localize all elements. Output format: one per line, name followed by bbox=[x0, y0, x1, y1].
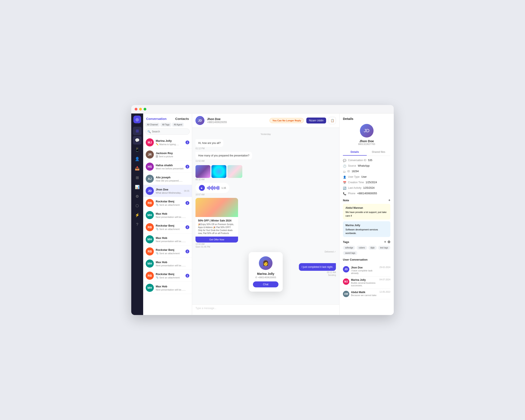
user-conv-date: 04-07-2024 bbox=[379, 278, 390, 281]
usertype-value: User bbox=[361, 175, 366, 178]
conversation-item[interactable]: MH Max Hob Next presentation will be....… bbox=[143, 209, 192, 221]
nav-apps-icon[interactable]: ⬡ bbox=[133, 201, 141, 210]
message-row: Hi, how are you all? 01:12 PM bbox=[196, 139, 336, 150]
user-conv-avatar: AM bbox=[343, 291, 349, 297]
conv-info: Jackson Roy 🖼 Sent a picture bbox=[156, 152, 188, 158]
promo-cta-button[interactable]: Get Offer Now bbox=[196, 237, 238, 243]
tag-chip[interactable]: sdhedge bbox=[343, 246, 355, 250]
conv-info: Max Hob Next presentation will be....... bbox=[156, 212, 188, 218]
nav-phone-icon[interactable]: 📱 bbox=[133, 145, 141, 154]
wave-bar bbox=[209, 186, 210, 190]
close-dot[interactable] bbox=[135, 108, 137, 110]
tags-filter[interactable]: All Tags bbox=[160, 123, 171, 127]
agent-button[interactable]: Nizam Uddin bbox=[306, 118, 326, 123]
nav-settings-icon[interactable]: ⚙ bbox=[133, 192, 141, 201]
message-bubble: I just completed it last night. bbox=[299, 263, 336, 271]
avatar: AJ bbox=[146, 175, 154, 183]
add-tag-button[interactable]: + bbox=[384, 240, 386, 244]
image-thumbnail[interactable] bbox=[196, 165, 210, 178]
conversation-item[interactable]: RB Rockstar Benj 📎 Sent an attachment 2 bbox=[143, 197, 192, 209]
conversation-item[interactable]: AJ Alix joseph How did you prepared.....… bbox=[143, 173, 192, 185]
tag-chip[interactable]: csbers bbox=[356, 246, 367, 250]
nav-reports-icon[interactable]: 📊 bbox=[133, 183, 141, 191]
tab-details[interactable]: Details bbox=[343, 149, 367, 155]
user-conv-item[interactable]: AM Abdul Malik Because we cannot take 12… bbox=[343, 289, 390, 299]
unread-badge: 3 bbox=[186, 165, 189, 169]
preview-text: Marina is typing..... bbox=[159, 143, 179, 146]
agent-filter[interactable]: All Agent bbox=[172, 123, 184, 127]
user-conv-info: Jhon Doe I have complete task already bbox=[351, 266, 378, 274]
conversation-item[interactable]: MH Max Hob Next presentation will be....… bbox=[143, 258, 192, 270]
preview-icon: 📎 bbox=[156, 252, 159, 255]
source-icon: 🕐 bbox=[343, 164, 346, 168]
conversation-item[interactable]: JD Jhon Doe What about Wednesday...... 0… bbox=[143, 185, 192, 197]
conv-info: Max Hob Next presentation will be....... bbox=[156, 285, 188, 291]
add-note-button[interactable]: + bbox=[388, 198, 390, 202]
conversation-item[interactable]: MH Max Hob Next presentation will be....… bbox=[143, 233, 192, 246]
nav-home-icon[interactable]: ⊞ bbox=[133, 127, 141, 135]
conv-meta: 3 bbox=[186, 165, 189, 169]
wave-bar bbox=[215, 186, 215, 190]
channel-filter[interactable]: All Channel bbox=[145, 123, 159, 127]
conv-meta: 2 bbox=[186, 225, 189, 229]
popup-contact-card: 👩 Marina Jolly ✆ +8801400620055 Chat bbox=[249, 252, 283, 292]
nav-chat-icon[interactable]: 💬 bbox=[133, 136, 141, 145]
conv-name: Alix joseph bbox=[156, 176, 188, 179]
conv-preview: Next presentation will be....... bbox=[156, 264, 188, 267]
tag-chip[interactable]: test tags bbox=[378, 246, 390, 250]
conversation-item[interactable]: RB Rockstar Benj 📎 Sent an attachment 2 bbox=[143, 246, 192, 258]
tag-chip[interactable]: tjfgb bbox=[368, 246, 377, 250]
audio-play-button[interactable]: ▶ bbox=[199, 185, 205, 191]
nav-inbox-icon[interactable]: 📥 bbox=[133, 164, 141, 173]
note-card-2: Marina Jolly Software development servic… bbox=[343, 221, 390, 237]
preview-icon: 📎 bbox=[156, 276, 159, 279]
tag-chip[interactable]: saved tags bbox=[343, 251, 357, 255]
tab-shared-files[interactable]: Shared files bbox=[367, 149, 391, 155]
image-thumbnail[interactable] bbox=[227, 165, 242, 178]
conv-info: Max Hob Next presentation will be....... bbox=[156, 236, 188, 243]
conversation-item[interactable]: MH Max Hob Next presentation will be....… bbox=[143, 282, 192, 294]
preview-icon: 📎 bbox=[156, 228, 159, 230]
maximize-dot[interactable] bbox=[144, 108, 146, 110]
conv-meta: 2 bbox=[186, 249, 189, 253]
wave-bar bbox=[210, 187, 211, 189]
conv-info: Rockstar Benj 📎 Sent an attachment bbox=[156, 224, 184, 230]
conv-meta: 2 bbox=[186, 140, 189, 144]
unread-badge: 2 bbox=[186, 249, 189, 253]
seen-status: Seen 01:46 PM bbox=[196, 246, 210, 248]
conv-name: Rockstar Benj bbox=[156, 248, 184, 251]
nav-help-icon[interactable]: ? bbox=[133, 220, 141, 229]
search-input[interactable] bbox=[145, 128, 190, 135]
minimize-dot[interactable] bbox=[139, 108, 142, 110]
conversation-item[interactable]: JR Jackson Roy 🖼 Sent a picture bbox=[143, 149, 192, 161]
audio-duration: 1.15 bbox=[221, 187, 226, 189]
unread-badge: 2 bbox=[186, 201, 189, 205]
nav-contacts-icon[interactable]: 👤 bbox=[133, 155, 141, 163]
conversation-item[interactable]: RB Rockstar Benj 📎 Sent an attachment 2 bbox=[143, 270, 192, 282]
profile-avatar: JD bbox=[360, 124, 374, 137]
avatar: MH bbox=[146, 211, 154, 219]
copy-icon-button[interactable]: 📋 bbox=[329, 117, 336, 124]
popup-chat-button[interactable]: Chat bbox=[253, 281, 279, 287]
profile-id: 8801322827700 bbox=[358, 143, 375, 145]
conversation-item[interactable]: RB Rockstar Benj 📎 Sent an attachment 2 bbox=[143, 221, 192, 233]
user-conv-date: 12-05-2022 bbox=[379, 291, 390, 293]
popup-contact-name: Marina Jolly bbox=[257, 272, 274, 275]
conv-preview: Meet me before presentation...... bbox=[156, 167, 184, 170]
chat-input-placeholder[interactable]: Type a message... bbox=[196, 307, 336, 310]
nav-lightning-icon[interactable]: ⚡ bbox=[133, 211, 141, 219]
conv-name: Max Hob bbox=[156, 212, 188, 215]
conv-name: Marina Jolly bbox=[156, 139, 184, 142]
user-conv-item[interactable]: MJ Marina Jolly Builds several business … bbox=[343, 276, 390, 289]
creation-icon: 📅 bbox=[343, 181, 346, 184]
user-conv-item[interactable]: JD Jhon Doe I have complete task already… bbox=[343, 264, 390, 276]
conversation-item[interactable]: HS Hafsa shaikh Meet me before presentat… bbox=[143, 161, 192, 173]
nav-grid-icon[interactable]: ⊞ bbox=[133, 173, 141, 182]
user-conv-name: Jhon Doe bbox=[351, 266, 378, 269]
image-thumbnail[interactable] bbox=[211, 165, 226, 178]
settings-tag-icon[interactable]: ⚙ bbox=[387, 240, 390, 244]
conversation-item[interactable]: MJ Marina Jolly ✏️ Marina is typing.....… bbox=[143, 137, 192, 149]
conv-info: Alix joseph How did you prepared...... bbox=[156, 176, 188, 182]
message-bubble: Hi, how are you all? bbox=[196, 139, 223, 147]
detail-row-usertype: 👤 User Type User bbox=[343, 175, 390, 179]
